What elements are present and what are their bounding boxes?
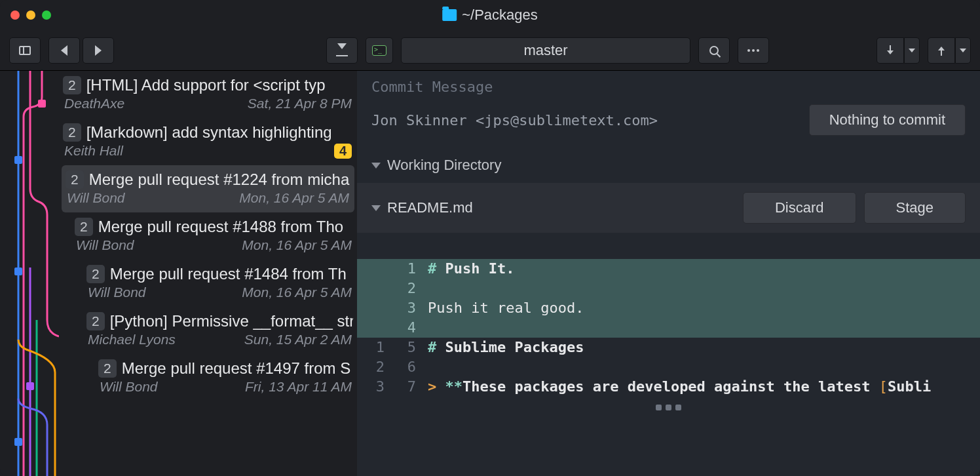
commit-author: Will Bond — [100, 379, 158, 395]
commit-count-badge: 2 — [63, 76, 81, 94]
commit-author: Will Bond — [76, 237, 134, 253]
commit-item[interactable]: 2[Python] Permissive __format__ strMicha… — [59, 307, 357, 354]
commit-date: Mon, 16 Apr 5 AM — [239, 190, 349, 206]
commit-count-badge: 2 — [75, 218, 93, 236]
branch-selector[interactable]: master — [401, 37, 690, 64]
commit-author: Will Bond — [88, 285, 146, 300]
diff-line: 15# Sublime Packages — [357, 338, 980, 357]
terminal-button[interactable] — [366, 37, 393, 64]
more-button[interactable] — [738, 37, 769, 64]
back-button[interactable] — [48, 37, 80, 64]
svg-rect-3 — [26, 382, 34, 390]
window-title-text: ~/Packages — [462, 7, 538, 24]
diff-line: 3Push it real good. — [357, 298, 980, 318]
pull-menu-button[interactable] — [904, 37, 920, 64]
commit-item[interactable]: 2[HTML] Add support for <script typDeath… — [59, 71, 357, 118]
commit-date: Mon, 16 Apr 5 AM — [242, 237, 352, 253]
commit-count-badge: 2 — [86, 312, 105, 330]
working-directory-label: Working Directory — [387, 157, 501, 174]
push-button[interactable] — [928, 37, 955, 64]
commit-title-text: Merge pull request #1224 from micha — [89, 170, 350, 189]
file-row: README.md Discard Stage — [357, 183, 980, 233]
commit-date: Sun, 15 Apr 2 AM — [244, 332, 352, 347]
commit-date: Fri, 13 Apr 11 AM — [245, 379, 352, 395]
minimize-icon[interactable] — [26, 10, 35, 20]
commit-message-label: Commit Message — [357, 71, 980, 98]
branch-name: master — [523, 42, 567, 59]
folder-icon — [442, 9, 457, 21]
diff-line: 1# Push It. — [357, 259, 980, 279]
commit-count-badge: 2 — [86, 265, 105, 283]
forward-button[interactable] — [83, 37, 114, 64]
chevron-down-icon — [371, 163, 381, 169]
commit-title-text: [Python] Permissive __format__ str — [110, 312, 353, 330]
search-icon — [709, 46, 719, 55]
pull-icon — [886, 45, 895, 56]
commit-item[interactable]: 2Merge pull request #1497 from SWill Bon… — [59, 354, 357, 401]
window-controls — [10, 10, 51, 20]
commit-author: Will Bond — [67, 190, 125, 206]
toolbar: master — [0, 30, 980, 71]
diff-line: 26 — [357, 357, 980, 377]
body: 2[HTML] Add support for <script typDeath… — [0, 71, 980, 476]
commit-item[interactable]: 2Merge pull request #1488 from ThoWill B… — [59, 212, 357, 260]
svg-rect-2 — [14, 268, 22, 275]
commit-author: DeathAxe — [64, 96, 124, 111]
toggle-sidebar-button[interactable] — [9, 37, 41, 64]
svg-rect-1 — [14, 156, 22, 164]
detail-panel: Commit Message Jon Skinner <jps@sublimet… — [357, 71, 980, 476]
commit-item[interactable]: 2Merge pull request #1484 from ThWill Bo… — [59, 260, 357, 307]
pull-button-group — [876, 37, 920, 64]
author-row: Jon Skinner <jps@sublimetext.com> Nothin… — [357, 98, 980, 148]
chevron-right-icon — [95, 45, 102, 56]
diff-view[interactable]: 1# Push It.23Push it real good.415# Subl… — [357, 259, 980, 397]
discard-button[interactable]: Discard — [743, 192, 856, 224]
terminal-icon — [372, 45, 386, 56]
working-directory-header[interactable]: Working Directory — [357, 148, 980, 183]
diff-line: 4 — [357, 318, 980, 338]
stash-icon — [336, 45, 348, 56]
svg-rect-4 — [14, 438, 22, 446]
commit-list[interactable]: 2[HTML] Add support for <script typDeath… — [59, 71, 357, 476]
window-title: ~/Packages — [442, 7, 538, 24]
chevron-left-icon — [61, 45, 67, 56]
file-name: README.md — [387, 199, 473, 216]
stage-button[interactable]: Stage — [864, 192, 966, 224]
search-button[interactable] — [698, 37, 730, 64]
diff-line: 37> **These packages are developed again… — [357, 377, 980, 397]
app-window: ~/Packages master — [0, 0, 980, 476]
stash-button[interactable] — [326, 37, 358, 64]
hunk-pager[interactable] — [357, 397, 980, 413]
commit-date: Mon, 16 Apr 5 AM — [242, 285, 352, 300]
commit-count-badge: 2 — [63, 123, 81, 142]
close-icon[interactable] — [10, 10, 20, 20]
nav-group — [48, 37, 114, 64]
chevron-down-icon — [960, 49, 966, 52]
commit-title-text: Merge pull request #1484 from Th — [110, 265, 347, 283]
maximize-icon[interactable] — [42, 10, 51, 20]
graph-svg — [0, 71, 59, 476]
push-menu-button[interactable] — [955, 37, 971, 64]
diff-blank — [357, 233, 980, 259]
commit-graph — [0, 71, 59, 476]
chevron-down-icon — [371, 205, 381, 211]
commit-count-badge: 2 — [66, 170, 84, 189]
commit-count-badge: 2 — [98, 359, 117, 378]
file-header[interactable]: README.md — [371, 199, 473, 216]
commit-title-text: Merge pull request #1497 from S — [122, 359, 351, 378]
author-text: Jon Skinner <jps@sublimetext.com> — [371, 112, 658, 129]
sidebar-icon — [19, 46, 31, 55]
pull-button[interactable] — [876, 37, 904, 64]
commit-author: Michael Lyons — [88, 332, 176, 347]
commit-author: Keith Hall — [64, 143, 123, 159]
commit-item[interactable]: 2Merge pull request #1224 from michaWill… — [62, 165, 354, 212]
commit-title-text: Merge pull request #1488 from Tho — [98, 218, 343, 236]
commit-title-text: [HTML] Add support for <script typ — [86, 76, 326, 94]
svg-rect-0 — [38, 100, 46, 108]
commit-title-text: [Markdown] add syntax highlighting — [86, 123, 332, 142]
push-icon — [937, 45, 946, 56]
commit-item[interactable]: 2[Markdown] add syntax highlightingKeith… — [59, 118, 357, 165]
commit-date: Sat, 21 Apr 8 PM — [248, 96, 352, 111]
commit-button[interactable]: Nothing to commit — [809, 104, 966, 136]
chevron-down-icon — [909, 49, 915, 52]
